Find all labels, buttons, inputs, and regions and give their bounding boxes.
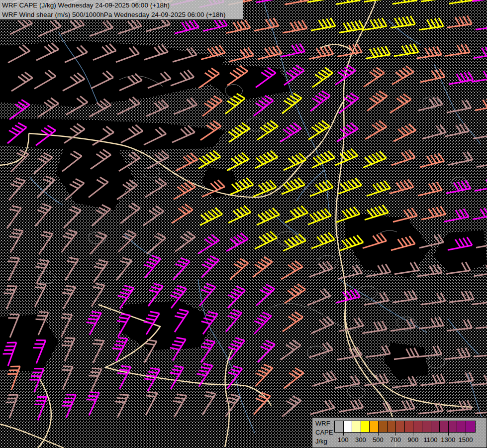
wind-shear-barb [57, 335, 75, 361]
legend-color-cell [379, 421, 388, 432]
wind-shear-barb [334, 0, 360, 4]
wind-shear-barb [419, 292, 445, 305]
wind-shear-barb [472, 125, 487, 138]
legend-tick [466, 432, 466, 436]
wind-shear-barb [248, 310, 272, 334]
wind-shear-barb [86, 257, 107, 282]
wind-shear-barb [471, 206, 487, 219]
wind-shear-barb [307, 66, 333, 87]
wind-shear-barb [55, 283, 76, 309]
wind-shear-barb [388, 64, 413, 85]
wind-shear-barb [446, 151, 473, 165]
wind-shear-barb [138, 389, 157, 415]
wind-shear-barb [31, 229, 53, 255]
wind-shear-barb [250, 179, 276, 196]
legend-label-line-3: J/kg [315, 437, 333, 446]
wind-shear-barb [247, 390, 271, 415]
wind-shear-barb [448, 0, 474, 3]
wind-shear-barb [195, 149, 221, 168]
wind-shear-barb [279, 366, 303, 388]
legend-tick [378, 432, 379, 436]
wind-shear-barb [29, 257, 49, 283]
wind-shear-barb [306, 0, 332, 2]
wind-shear-barb [310, 370, 336, 386]
wind-shear-barb [53, 311, 72, 337]
wind-shear-barb [195, 253, 219, 277]
wind-shear-barb [419, 374, 445, 385]
river [198, 279, 255, 433]
wind-shear-barb [0, 254, 19, 281]
wind-shear-barb [415, 46, 441, 58]
wind-shear-barb [55, 227, 77, 252]
wind-shear-barb [472, 46, 487, 58]
legend-color-cell [431, 421, 440, 432]
cape-zero-patch [56, 144, 133, 210]
wind-shear-barb [193, 281, 215, 306]
wind-shear-barb [109, 255, 132, 280]
wind-shear-barb [138, 253, 161, 278]
legend-color-cell [352, 421, 361, 432]
wind-shear-barb [166, 391, 187, 417]
wind-shear-barb [55, 363, 73, 389]
wind-shear-barb [338, 20, 364, 33]
wind-shear-barb [143, 149, 169, 169]
wind-shear-barb [173, 19, 199, 34]
legend-color-cell [405, 421, 414, 432]
wind-shear-barb [330, 63, 356, 85]
legend-color-cell [344, 421, 353, 432]
legend-tick [431, 432, 431, 436]
wind-shear-barb [363, 292, 389, 305]
wind-shear-barb [83, 365, 101, 392]
wind-shear-barb [332, 121, 358, 141]
wind-shear-barb [308, 231, 335, 248]
wind-shear-barb [419, 0, 445, 1]
wind-shear-barb [224, 204, 251, 223]
legend-color-cell [396, 421, 405, 432]
wind-shear-barb [418, 317, 444, 329]
wind-shear-barb [28, 201, 51, 226]
wind-shear-barb [0, 283, 16, 309]
wind-shear-barb [58, 391, 76, 418]
wind-shear-barb [0, 203, 21, 228]
wind-shear-barb [170, 229, 195, 251]
weather-map: WRF CAPE (J/kg) Wednesday 24-09-2025 06:… [0, 0, 487, 448]
wind-shear-barb [141, 231, 166, 254]
terrain-contour [269, 303, 357, 331]
wind-shear-barb [307, 179, 333, 196]
wind-shear-barb [334, 375, 360, 388]
wind-shear-barb [27, 280, 46, 307]
wind-shear-barb [195, 389, 216, 415]
wind-shear-barb [417, 17, 443, 30]
legend-tick [395, 432, 396, 436]
wind-shear-barb [334, 288, 360, 303]
wind-shear-barb [308, 399, 334, 414]
wind-shear-barb [448, 372, 473, 383]
wind-shear-barb [364, 46, 390, 59]
wind-shear-barb [250, 282, 275, 306]
legend-color-cell [370, 421, 379, 432]
wind-shear-barb [419, 206, 446, 220]
wind-shear-barb [57, 204, 81, 228]
wind-shear-barb [444, 43, 470, 56]
wind-shear-barb [81, 389, 99, 416]
wind-shear-barb [366, 402, 391, 414]
legend-tick [448, 432, 449, 436]
wind-shear-barb [333, 91, 359, 113]
wind-shear-barb [362, 89, 387, 111]
wind-shear-barb [172, 151, 198, 171]
legend-color-cell [449, 421, 458, 432]
wind-shear-barb [416, 96, 443, 111]
wind-shear-barb [473, 178, 487, 191]
legend-tick [361, 432, 361, 436]
wind-shear-barb [279, 43, 305, 57]
wind-shear-barb [389, 400, 415, 412]
wind-shear-barb [251, 230, 277, 249]
wind-shear-barb [28, 150, 52, 174]
legend-tick-label: 1500 [455, 436, 477, 444]
wind-shear-barb [446, 319, 472, 331]
wind-shear-barb [142, 98, 169, 116]
legend-tick [343, 432, 344, 436]
wind-shear-barb [391, 0, 417, 4]
wind-shear-barb [167, 255, 190, 280]
cape-zero-patch [119, 301, 215, 350]
